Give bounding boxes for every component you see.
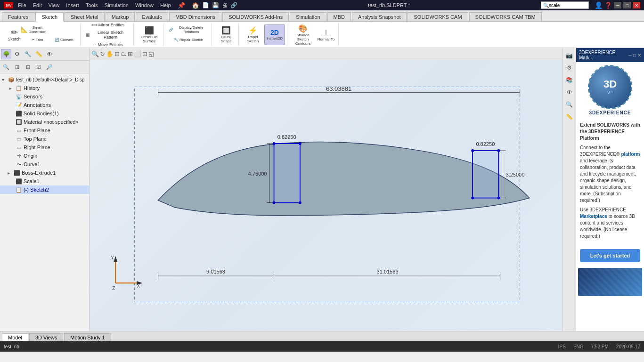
- tab-model[interactable]: Model: [2, 333, 28, 341]
- tree-item-annotations[interactable]: ▸ 📝 Annotations: [0, 101, 89, 109]
- pin-icon[interactable]: 📌: [178, 2, 185, 9]
- tree-item-origin[interactable]: ▸ ✛ Origin: [0, 152, 89, 160]
- menu-edit[interactable]: Edit: [31, 2, 44, 8]
- repair-sketch-button[interactable]: 🔧 Repair Sketch: [167, 35, 210, 44]
- view-zoom-icon[interactable]: 🔍: [91, 50, 99, 57]
- tab-cam[interactable]: SOLIDWORKS CAM: [408, 12, 468, 21]
- tab-cam-tbm[interactable]: SOLIDWORKS CAM TBM: [469, 12, 542, 21]
- view-wireframe-icon[interactable]: ⊡: [142, 50, 147, 57]
- relations-group: 🔗 Display/Delete Relations 🔧 Repair Sket…: [165, 24, 212, 46]
- user-icon[interactable]: 👤: [595, 1, 603, 9]
- view-standard-icon[interactable]: ⊞: [128, 50, 133, 57]
- quick-snaps-button[interactable]: 🔲 Quick Snaps: [216, 24, 236, 45]
- search-box[interactable]: 🔍: [541, 1, 589, 9]
- instant2d-button[interactable]: 2D Instant2D: [264, 24, 285, 45]
- rapid-sketch-button[interactable]: ⚡ Rapid Sketch: [243, 24, 263, 45]
- tree-item-sketch2[interactable]: ▸ 📋 (-) Sketch2: [0, 185, 89, 194]
- toolbar-save[interactable]: 💾: [212, 2, 219, 8]
- strip-measure-icon[interactable]: 📏: [564, 111, 575, 122]
- view-rotate-icon[interactable]: ↻: [100, 50, 105, 57]
- view-hidden-icon[interactable]: ◱: [148, 50, 154, 57]
- dim-expert-icon[interactable]: 📏: [33, 49, 44, 59]
- shaded-sketch-button[interactable]: 🎨 Shaded Sketch Contours: [291, 24, 315, 45]
- tab-mbd-dimensions[interactable]: MBD Dimensions: [169, 12, 221, 21]
- tree-expand-icon[interactable]: ⊞: [12, 62, 22, 72]
- view-shaded-icon[interactable]: ⬜: [134, 50, 141, 57]
- tree-search-icon[interactable]: 🔎: [44, 62, 55, 72]
- tab-motion-study[interactable]: Motion Study 1: [64, 333, 111, 341]
- tree-item-boss-extrude1[interactable]: ▸ ⬛ Boss-Extrude1: [0, 169, 89, 177]
- trim-entities-button[interactable]: ✂ Trim: [25, 35, 49, 44]
- panel-minimize-button[interactable]: ─: [628, 53, 632, 58]
- minimize-button[interactable]: ─: [614, 2, 621, 8]
- toolbar-doc[interactable]: 📄: [202, 2, 209, 8]
- tree-item-solid-bodies[interactable]: ▸ ⬛ Solid Bodies(1): [0, 109, 89, 118]
- tab-evaluate[interactable]: Evaluate: [136, 12, 168, 21]
- property-manager-icon[interactable]: ⚙: [12, 49, 22, 59]
- strip-layers-icon[interactable]: 📚: [564, 74, 575, 86]
- tab-sketch[interactable]: Sketch: [35, 12, 64, 22]
- exp-extend-text: Extend SOLIDWORKS with the 3DEXPERIENCE …: [580, 122, 640, 141]
- tree-item-sensors[interactable]: ▸ 📡 Sensors: [0, 92, 89, 101]
- toolbar-home[interactable]: 🏠: [192, 2, 199, 9]
- tree-collapse-icon[interactable]: ⊟: [23, 62, 33, 72]
- search-input[interactable]: [549, 3, 587, 8]
- tree-filter-icon[interactable]: 🔍: [1, 62, 11, 72]
- menu-help[interactable]: Help: [158, 2, 173, 8]
- strip-camera-icon[interactable]: 📷: [564, 50, 575, 61]
- tree-item-history[interactable]: ▸ 📋 History: [0, 84, 89, 92]
- experience-cta-button[interactable]: Let's get started: [580, 249, 640, 262]
- feature-tree-icon[interactable]: 🌳: [1, 49, 11, 59]
- view-3d-icon[interactable]: 🗂: [121, 50, 127, 57]
- tree-select-icon[interactable]: ☑: [33, 62, 44, 72]
- panel-maximize-button[interactable]: □: [633, 53, 636, 58]
- view-section-icon[interactable]: ⊡: [114, 50, 120, 57]
- menu-view[interactable]: View: [47, 2, 62, 8]
- linear-sketch-button[interactable]: ▦ Linear Sketch Pattern: [84, 30, 131, 40]
- close-button[interactable]: ✕: [633, 2, 640, 8]
- tab-simulation[interactable]: Simulation: [290, 12, 326, 21]
- root-expand[interactable]: ▾: [2, 77, 8, 82]
- strip-filter-icon[interactable]: 🔍: [564, 99, 575, 110]
- exp-marketplace-link[interactable]: Marketplace: [580, 214, 607, 219]
- menu-insert[interactable]: Insert: [64, 2, 81, 8]
- toolbar-chain[interactable]: 🔗: [230, 2, 237, 8]
- tab-features[interactable]: Features: [2, 12, 34, 21]
- display-manager-icon[interactable]: 👁: [44, 49, 55, 59]
- config-manager-icon[interactable]: 🔧: [23, 49, 33, 59]
- sketch-viewport[interactable]: 63.03881 0.82250 4.75000 0.82250 3.25000…: [90, 60, 562, 331]
- tab-analysis[interactable]: Analysis Snapshot: [352, 12, 407, 21]
- tree-item-material[interactable]: ▸ 🔲 Material <not specified>: [0, 118, 89, 126]
- restore-button[interactable]: □: [623, 2, 631, 8]
- strip-settings-icon[interactable]: ⚙: [564, 62, 575, 73]
- menu-tools[interactable]: Tools: [84, 2, 100, 8]
- tree-item-front-plane[interactable]: ▸ ▭ Front Plane: [0, 126, 89, 135]
- offset-on-surface-button[interactable]: ⬛ Offset On Surface: [138, 24, 161, 45]
- history-expand[interactable]: ▸: [9, 86, 15, 91]
- menu-file[interactable]: File: [16, 2, 28, 8]
- smart-dimension-button[interactable]: 📐 Smart Dimension: [25, 25, 41, 34]
- svg-rect-4: [274, 144, 300, 203]
- tree-item-top-plane[interactable]: ▸ ▭ Top Plane: [0, 135, 89, 143]
- boss-expand[interactable]: ▸: [8, 170, 13, 176]
- tree-item-scale1[interactable]: ▸ ⬛ Scale1: [0, 177, 89, 185]
- tree-item-curve1[interactable]: ▸ 〜 Curve1: [0, 160, 89, 169]
- toolbar-print[interactable]: 🖨: [222, 2, 228, 8]
- tab-solidworks-addins[interactable]: SOLIDWORKS Add-Ins: [222, 12, 289, 21]
- tree-item-right-plane[interactable]: ▸ ▭ Right Plane: [0, 143, 89, 152]
- help-icon[interactable]: ❓: [604, 2, 612, 9]
- canvas-area[interactable]: 🔍 ↻ ✋ ⊡ 🗂 ⊞ ⬜ ⊡ ◱: [90, 48, 562, 331]
- mirror-entities-button[interactable]: ⟺ Mirror Entities: [84, 20, 131, 30]
- tree-root[interactable]: ▾ 📦 test_rib (Default<<Default>_Disp: [0, 75, 89, 84]
- view-pan-icon[interactable]: ✋: [106, 50, 114, 57]
- tab-3d-views[interactable]: 3D Views: [29, 333, 63, 341]
- exp-platform-link[interactable]: platform: [621, 152, 640, 157]
- strip-view-icon[interactable]: 👁: [564, 87, 575, 98]
- convert-entities-button[interactable]: 🔄 Convert: [50, 35, 78, 44]
- tab-mbd[interactable]: MBD: [327, 12, 351, 21]
- menu-window[interactable]: Window: [133, 2, 155, 8]
- menu-simulation[interactable]: Simulation: [103, 2, 130, 8]
- panel-close-button[interactable]: ✕: [637, 53, 641, 58]
- display-delete-button[interactable]: 🔗 Display/Delete Relations: [167, 25, 210, 34]
- normal-to-button[interactable]: ⊥ Normal To: [316, 24, 336, 45]
